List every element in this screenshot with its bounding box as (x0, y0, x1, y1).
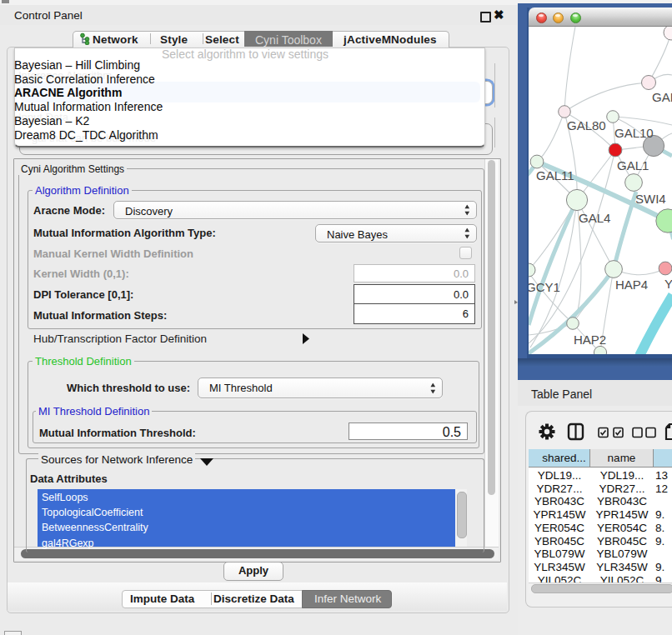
svg-text:GAL1: GAL1 (617, 158, 649, 172)
svg-text:Y: Y (664, 277, 672, 291)
svg-text:HAP2: HAP2 (574, 332, 606, 347)
svg-text:GAL: GAL (652, 90, 672, 104)
svg-text:SWI4: SWI4 (635, 192, 666, 206)
svg-text:GAL80: GAL80 (567, 118, 606, 132)
svg-text:GAL10: GAL10 (614, 126, 654, 140)
svg-text:GCY1: GCY1 (529, 280, 560, 294)
svg-text:HAP4: HAP4 (615, 278, 648, 292)
svg-text:GAL4: GAL4 (579, 211, 610, 225)
svg-text:GAL11: GAL11 (536, 168, 574, 182)
